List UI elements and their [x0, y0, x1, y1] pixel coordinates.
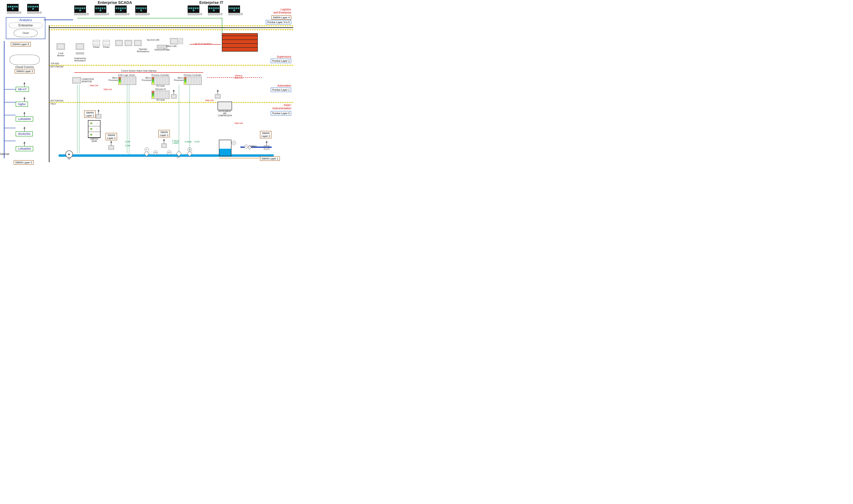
label-field: FIELD: [50, 103, 56, 105]
office-lan-label: Office LAN: [166, 45, 177, 47]
it-workstation: [208, 5, 223, 15]
label-top-end: TOP END: [50, 62, 59, 65]
firewall-icon: [222, 33, 258, 52]
analytics-link: [44, 20, 73, 20]
io-cards-1: I/O Cards: [156, 85, 165, 87]
wireless-link-line: [207, 77, 262, 78]
cloud-comms-icon: [10, 55, 39, 65]
purdue-1-badge: Purdue Layer 1: [271, 88, 291, 92]
purdue-2-badge: Purdue Layer 2: [271, 59, 291, 63]
tech-nbiot: NB-IoT: [16, 82, 33, 92]
sig-0-24v-a: 0-24V: [125, 141, 130, 143]
cv-label: CV: [177, 156, 180, 159]
op-ws-3: [134, 40, 142, 46]
swan-layer-3-badge: SWAN Layer 3: [15, 69, 35, 73]
divider-purdue-3-solid: [49, 28, 293, 28]
sig-4-20: 4-20mA: [185, 141, 192, 143]
op-ws-1: [115, 40, 123, 46]
op-ws-label: Operator Workstations: [137, 48, 149, 53]
data-highway-label: Control System Native Data Highway: [121, 70, 157, 72]
wireless-gateway-2: [215, 90, 220, 98]
m-label: M: [188, 147, 192, 152]
internet-label: Internet: [0, 152, 9, 156]
esd-label: ESD Logic Solver: [118, 74, 135, 76]
analytics-workstation: [7, 4, 21, 14]
field-gateway-4: [264, 141, 269, 150]
purdue-0-badge: Purdue Layer 0: [271, 111, 291, 115]
label-bottom-end-2: BOTTOM END: [50, 100, 63, 102]
zone-supervisory: Supervisory: [277, 55, 291, 58]
scada-workstation: [74, 5, 89, 15]
swan-layer-1-badge: SWAN Layer 1: [260, 156, 280, 161]
scada-workstation: [135, 5, 150, 15]
switch-gear: ⟋ ⟋ ⟋ SWITCH GEAR: [88, 120, 101, 142]
swan-l2-badge-4: SWAN Layer 2: [260, 131, 271, 138]
tech-lorawan2: LoRaWAN: [16, 142, 33, 151]
tech-lorawan: LoRaWAN: [16, 112, 33, 122]
swan-layer-4-badge: SWAN Layer 4: [271, 15, 291, 20]
field-gateway-3: [161, 139, 167, 148]
valve-p: [145, 152, 148, 156]
it-workstation: [228, 5, 243, 15]
zone-field: Field / Instrumentation: [272, 104, 291, 110]
data-link-2: Data Link: [104, 88, 112, 90]
fieldbus-valve: [248, 146, 251, 149]
zone-logistics: Logistics and Enterprise: [273, 8, 291, 14]
it-workstation: [188, 5, 202, 15]
sig-0-24v-b: 0-24V: [125, 145, 130, 147]
io-cards-2: I/O Cards: [156, 99, 165, 101]
cv-valve: [177, 152, 181, 156]
main-vertical-separator: [49, 25, 50, 162]
analytics-enterprise: Enterprise: [9, 23, 42, 28]
office-pc: [170, 38, 183, 44]
link-to-it-line: [190, 44, 221, 44]
purdue-3to5-badge: Purdue Layer 3 to 5: [266, 20, 291, 24]
divider-purdue-3-bot: [49, 29, 293, 30]
pump: ▶ PP: [66, 150, 73, 160]
data-highway-line: [74, 72, 203, 73]
pc2-rack: [184, 77, 202, 85]
field-gateway-1: [96, 109, 101, 119]
top-end-lan-label: Top End LAN: [147, 39, 159, 41]
swan-layer-5-badge: SWAN Layer 5: [11, 42, 31, 47]
pc2-label: Process Controller: [184, 74, 201, 76]
scada-workstation: [115, 5, 129, 15]
pc1-rack: [152, 77, 170, 85]
analytics-workstation: [27, 4, 42, 14]
wireless-gateway-1: [171, 90, 177, 98]
eng-workstation: Engineering Workstation: [74, 41, 86, 62]
esd-rack: [118, 77, 136, 85]
cloud-comms-label: Cloud Comms: [10, 65, 39, 69]
tech-cellular: 3G/4G/5G: [16, 127, 33, 137]
zone-automation: Automation: [277, 84, 291, 87]
label-bottom-end-1: BOTTOM END: [50, 66, 63, 68]
op-ws-2: [125, 40, 132, 46]
pt-label: PT: [167, 150, 172, 155]
heading-it: Enterprise IT: [199, 0, 223, 5]
pc1-label: Process Controller: [152, 74, 169, 76]
analytics-cloud: Cloud: [14, 29, 37, 37]
micro-label-1: Micro- Processor: [108, 77, 118, 81]
link-to-it-label: Link To IT Systems: [194, 42, 212, 45]
analytics-box: Analytics Enterprise Cloud: [6, 17, 45, 39]
sig-4-20-hart: 4-20mA + HART: [172, 140, 179, 144]
it-network-drop: [222, 18, 222, 33]
valve-m: [188, 152, 192, 156]
condition-monitor: CONDITION MONITOR: [72, 77, 94, 84]
divider-field: [49, 102, 293, 103]
divider-purdue-3-top: [49, 25, 293, 26]
micro-label-2: Micro- Processor: [142, 77, 152, 81]
scada-workstation: [94, 5, 109, 15]
swan-l1-link: [219, 158, 260, 158]
remote-io-label: Remote IO: [155, 88, 166, 90]
main-pipe: [59, 155, 274, 157]
swan-l2-badge-1: SWAN Layer 2: [84, 110, 95, 118]
it-network-bus: [77, 18, 222, 18]
p-label: P: [145, 147, 149, 152]
local-monitor: Local Monitor: [57, 41, 65, 57]
ps-label: PS: [154, 150, 158, 155]
data-link-1: Data Link: [90, 85, 98, 87]
swan-l2-badge-2: SWAN Layer 2: [106, 133, 117, 140]
micro-label-3: Micro- Processor: [174, 77, 184, 81]
swan-l2-badge-3: SWAN Layer 2: [158, 130, 170, 138]
